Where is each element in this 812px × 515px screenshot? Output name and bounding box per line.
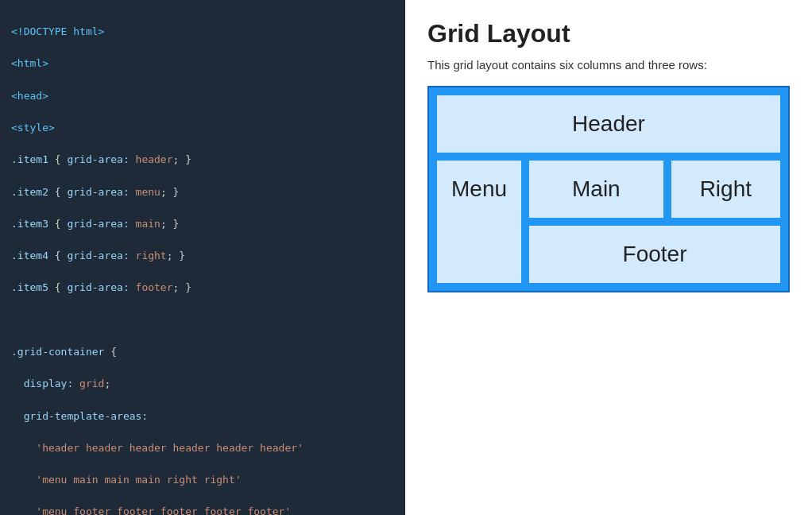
code-line: <!DOCTYPE html> [11, 24, 394, 40]
page-description: This grid layout contains six columns an… [427, 58, 790, 72]
code-line: display: grid; [11, 376, 394, 392]
code-line: .grid-container { [11, 344, 394, 360]
code-line: .item3 { grid-area: main; } [11, 216, 394, 232]
code-line: .item5 { grid-area: footer; } [11, 280, 394, 296]
code-line: <html> [11, 56, 394, 72]
code-line: 'menu footer footer footer footer footer… [11, 504, 394, 515]
grid-menu: Menu [437, 161, 521, 283]
grid-demo: Header Menu Main Right Footer [427, 86, 790, 292]
code-line: 'menu main main main right right' [11, 472, 394, 488]
grid-main: Main [529, 161, 663, 218]
code-line [11, 312, 394, 328]
code-line: .item1 { grid-area: header; } [11, 152, 394, 168]
code-line: <style> [11, 120, 394, 136]
grid-right: Right [671, 161, 780, 218]
code-line: 'header header header header header head… [11, 440, 394, 456]
code-line: .item4 { grid-area: right; } [11, 248, 394, 264]
code-editor: <!DOCTYPE html> <html> <head> <style> .i… [0, 0, 405, 515]
code-line: grid-template-areas: [11, 409, 394, 424]
grid-header: Header [437, 95, 780, 153]
code-line: .item2 { grid-area: menu; } [11, 184, 394, 200]
page-title: Grid Layout [427, 19, 790, 48]
code-line: <head> [11, 88, 394, 104]
grid-footer: Footer [529, 226, 780, 283]
preview-panel: Grid Layout This grid layout contains si… [405, 0, 812, 515]
